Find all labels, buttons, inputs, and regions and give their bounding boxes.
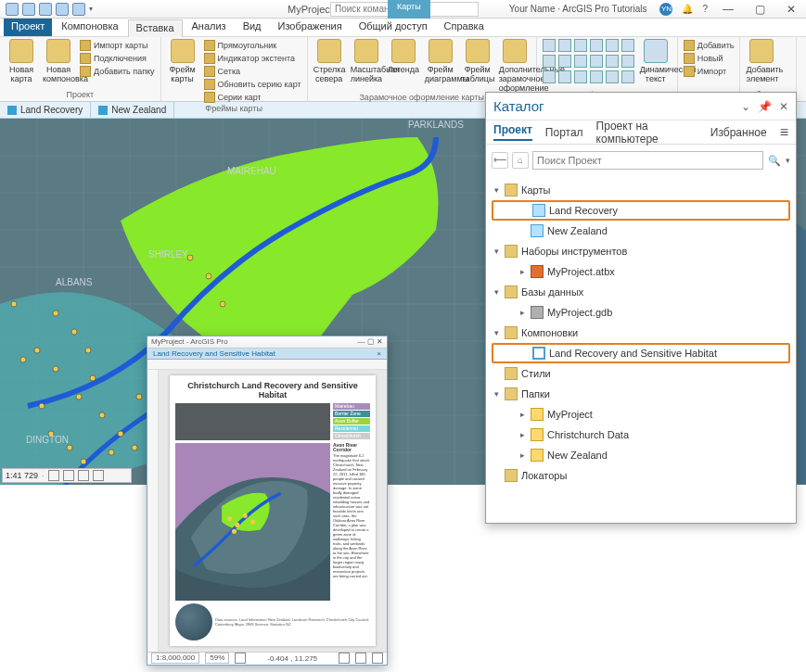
graphic-tool-icon[interactable] bbox=[574, 55, 587, 68]
minimize-button[interactable]: — bbox=[717, 3, 739, 16]
ribbon-button[interactable]: Добавить элемент bbox=[746, 39, 777, 83]
ribbon-small-button[interactable]: Прямоугольник bbox=[204, 39, 301, 52]
notifications-icon[interactable]: 🔔 bbox=[682, 4, 693, 14]
document-tab[interactable]: New Zealand bbox=[91, 102, 174, 118]
qat-redo-icon[interactable] bbox=[72, 3, 85, 16]
ribbon-button[interactable]: Фрейм таблицы bbox=[462, 39, 493, 83]
graphic-tool-icon[interactable] bbox=[543, 70, 556, 83]
layout-preview-window[interactable]: MyProject - ArcGIS Pro — ▢ ✕ Land Recove… bbox=[147, 336, 388, 666]
ribbon-small-button[interactable]: Добавить bbox=[684, 39, 735, 52]
tree-child-node[interactable]: New Zealand bbox=[492, 221, 790, 241]
mini-refresh-icon[interactable] bbox=[372, 653, 383, 664]
ribbon-button[interactable]: Фрейм карты bbox=[167, 39, 198, 83]
menu-tab-общий доступ[interactable]: Общий доступ bbox=[352, 19, 435, 36]
document-tab[interactable]: Land Recovery bbox=[0, 102, 91, 118]
qat-undo-icon[interactable] bbox=[56, 3, 69, 16]
catalog-menu-icon[interactable]: ≡ bbox=[780, 124, 788, 141]
ribbon-button[interactable]: Стрелка севера bbox=[313, 39, 345, 83]
menu-tab-проект[interactable]: Проект bbox=[4, 19, 52, 36]
tree-node[interactable]: ▾Наборы инструментов bbox=[492, 241, 790, 261]
tree-child-node[interactable]: ▸New Zealand bbox=[492, 445, 790, 465]
mini-minimize-button[interactable]: — bbox=[358, 337, 365, 346]
graphic-tool-icon[interactable] bbox=[558, 39, 571, 52]
catalog-tab[interactable]: Избранное bbox=[710, 126, 767, 139]
graphic-tool-icon[interactable] bbox=[558, 55, 571, 68]
close-button[interactable]: ✕ bbox=[780, 3, 802, 16]
tree-node[interactable]: Локаторы bbox=[492, 465, 790, 486]
graphic-tool-icon[interactable] bbox=[590, 55, 603, 68]
mini-document-tab[interactable]: Land Recovery and Sensitive Habitat × bbox=[147, 349, 387, 361]
ribbon-small-button[interactable]: Сетка bbox=[204, 65, 301, 78]
nav-tool-icon[interactable] bbox=[78, 470, 89, 481]
mini-maximize-button[interactable]: ▢ bbox=[367, 337, 375, 346]
graphic-tool-icon[interactable] bbox=[606, 70, 619, 83]
ribbon-small-button[interactable]: Индикатор экстента bbox=[204, 52, 301, 65]
mini-close-button[interactable]: ✕ bbox=[377, 337, 383, 346]
graphic-tool-icon[interactable] bbox=[621, 70, 634, 83]
ribbon-button[interactable]: Фрейм диаграммы bbox=[425, 39, 456, 83]
tree-node[interactable]: ▾Папки bbox=[492, 384, 790, 404]
mini-status-scale[interactable]: 1:8,000,000 bbox=[151, 653, 199, 664]
menu-tab-справка[interactable]: Справка bbox=[437, 19, 492, 36]
ribbon-button[interactable]: Дополнительные зарамочное оформление bbox=[499, 39, 531, 93]
mini-status-zoom[interactable]: 59% bbox=[205, 653, 229, 664]
catalog-close-icon[interactable]: ✕ bbox=[779, 100, 788, 113]
menu-tab-компоновка[interactable]: Компоновка bbox=[54, 19, 125, 36]
catalog-pin-icon[interactable]: 📌 bbox=[758, 100, 772, 113]
catalog-tab[interactable]: Портал bbox=[545, 126, 583, 139]
catalog-dropdown-icon[interactable]: ⌄ bbox=[741, 100, 750, 113]
tree-child-node[interactable]: Land Recovery bbox=[492, 200, 790, 221]
ribbon-small-button[interactable]: Серии карт bbox=[204, 91, 301, 104]
menu-tab-анализ[interactable]: Анализ bbox=[185, 19, 234, 36]
ribbon-small-button[interactable]: Обновить серию карт bbox=[204, 78, 301, 91]
tree-node[interactable]: ▾Базы данных bbox=[492, 282, 790, 302]
ribbon-button[interactable]: Масштабная линейка bbox=[351, 39, 382, 83]
user-badge-icon[interactable]: YN bbox=[659, 3, 672, 16]
graphic-tool-icon[interactable] bbox=[621, 55, 634, 68]
search-icon[interactable]: 🔍 bbox=[767, 155, 782, 167]
catalog-search-input[interactable] bbox=[532, 151, 763, 170]
qat-open-icon[interactable] bbox=[22, 3, 35, 16]
nav-tool-icon[interactable] bbox=[93, 470, 104, 481]
tree-child-node[interactable]: ▸Christchurch Data bbox=[492, 425, 790, 445]
dynamic-text-button[interactable]: Динамический текст bbox=[640, 39, 672, 83]
qat-save-icon[interactable] bbox=[39, 3, 52, 16]
menu-tab-изображения[interactable]: Изображения bbox=[271, 19, 350, 36]
catalog-home-button[interactable]: ⌂ bbox=[512, 152, 529, 169]
mini-snap-icon[interactable] bbox=[339, 653, 350, 664]
catalog-tab[interactable]: Проект на компьютере bbox=[596, 120, 697, 146]
tree-child-node[interactable]: ▸MyProject.gdb bbox=[492, 302, 790, 323]
nav-tool-icon[interactable] bbox=[48, 470, 59, 481]
graphic-tool-icon[interactable] bbox=[606, 55, 619, 68]
menu-tab-вставка[interactable]: Вставка bbox=[128, 19, 183, 37]
mini-page-area[interactable]: Christchurch Land Recovery and Sensitive… bbox=[159, 370, 387, 652]
tree-child-node[interactable]: Land Recovery and Sensitive Habitat bbox=[492, 343, 790, 363]
tree-node[interactable]: Стили bbox=[492, 363, 790, 384]
ribbon-small-button[interactable]: Новый bbox=[684, 52, 735, 65]
mini-grid-icon[interactable] bbox=[355, 653, 366, 664]
catalog-back-button[interactable]: ⟵ bbox=[492, 152, 508, 169]
menu-tab-вид[interactable]: Вид bbox=[236, 19, 269, 36]
tree-child-node[interactable]: ▸MyProject.atbx bbox=[492, 261, 790, 282]
maximize-button[interactable]: ▢ bbox=[748, 3, 771, 16]
graphic-tool-icon[interactable] bbox=[574, 39, 587, 52]
graphic-tool-icon[interactable] bbox=[543, 55, 556, 68]
help-icon[interactable]: ? bbox=[702, 4, 708, 14]
ribbon-small-button[interactable]: Импорт bbox=[684, 65, 735, 78]
tree-node[interactable]: ▾Карты bbox=[492, 180, 790, 200]
ribbon-small-button[interactable]: Подключения bbox=[80, 52, 155, 65]
ribbon-button[interactable]: Легенда bbox=[388, 39, 419, 74]
catalog-search-dropdown-icon[interactable]: ▾ bbox=[786, 156, 790, 165]
tree-child-node[interactable]: ▸MyProject bbox=[492, 404, 790, 425]
graphic-tool-icon[interactable] bbox=[590, 70, 603, 83]
qat-dropdown-icon[interactable]: ▾ bbox=[89, 5, 93, 13]
catalog-tab[interactable]: Проект bbox=[493, 123, 532, 141]
scale-bar[interactable]: 1:41 729 · bbox=[2, 468, 132, 483]
ribbon-button[interactable]: Новая карта bbox=[6, 39, 37, 83]
graphic-tool-icon[interactable] bbox=[590, 39, 603, 52]
graphic-tool-icon[interactable] bbox=[543, 39, 556, 52]
ribbon-button[interactable]: Новая компоновка bbox=[43, 39, 74, 83]
mini-play-icon[interactable] bbox=[235, 653, 246, 664]
mini-tab-close-icon[interactable]: × bbox=[377, 349, 381, 358]
tree-node[interactable]: ▾Компоновки bbox=[492, 323, 790, 343]
